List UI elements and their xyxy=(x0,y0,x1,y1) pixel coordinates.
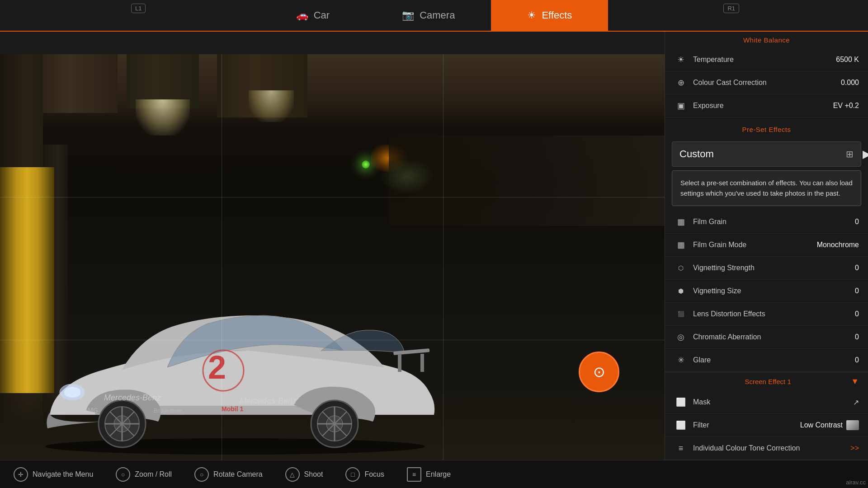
navigate-icon: ✛ xyxy=(14,467,28,482)
filter-row[interactable]: ⬜ Filter Low Contrast xyxy=(665,414,868,437)
vignetting-strength-row[interactable]: ⬡ Vignetting Strength 0 xyxy=(665,257,868,280)
film-grain-mode-value: Monochrome xyxy=(817,241,859,249)
vignetting-size-label: Vignetting Size xyxy=(693,287,823,295)
temperature-value: 6500 K xyxy=(823,56,859,64)
car-icon: 🚗 xyxy=(296,9,308,21)
vignetting-size-row[interactable]: ⬢ Vignetting Size 0 xyxy=(665,280,868,303)
film-grain-label: Film Grain xyxy=(693,218,823,226)
lens-distortion-value: 0 xyxy=(823,310,859,318)
screen-effect-header: Screen Effect 1 ▼ xyxy=(665,372,868,391)
vignetting-strength-value: 0 xyxy=(823,264,859,272)
hint-shoot: △ Shoot xyxy=(285,467,323,482)
svg-rect-22 xyxy=(420,354,424,372)
focus-icon: □ xyxy=(345,467,360,482)
temperature-label: Temperature xyxy=(693,56,823,64)
preset-tooltip: Select a pre-set combination of effects.… xyxy=(672,170,861,206)
vignetting-size-icon: ⬢ xyxy=(674,284,688,298)
mask-value: ↗ xyxy=(823,398,859,407)
vignetting-size-value: 0 xyxy=(823,287,859,295)
film-grain-mode-row[interactable]: ▦ Film Grain Mode Monochrome xyxy=(665,234,868,257)
shoot-hint-icon: △ xyxy=(285,467,300,482)
individual-colour-row[interactable]: ≡ Individual Colour Tone Correction >> xyxy=(665,437,868,460)
tab-effects-label: Effects xyxy=(542,9,572,21)
mask-icon: ⬜ xyxy=(674,395,688,409)
lens-distortion-row[interactable]: ⬛ Lens Distortion Effects 0 xyxy=(665,303,868,326)
hint-navigate-label: Navigate the Menu xyxy=(33,470,93,479)
film-grain-row[interactable]: ▦ Film Grain 0 xyxy=(665,211,868,234)
tab-camera[interactable]: 📷 Camera xyxy=(366,0,491,31)
tab-car[interactable]: 🚗 Car xyxy=(260,0,366,31)
shoot-button-icon: ⊙ xyxy=(593,363,605,380)
hint-rotate-label: Rotate Camera xyxy=(213,470,263,479)
hint-zoom: ○ Zoom / Roll xyxy=(116,467,172,482)
filter-icon: ⬜ xyxy=(674,418,688,432)
mask-row[interactable]: ⬜ Mask ↗ xyxy=(665,391,868,414)
svg-text:Mercedes-Benz: Mercedes-Benz xyxy=(104,393,161,402)
top-navigation: L1 🚗 Car 📷 Camera ☀ Effects R1 xyxy=(0,0,868,32)
panel-scroll[interactable]: White Balance ☀ Temperature 6500 K ⊕ Col… xyxy=(665,32,868,460)
chromatic-aberration-row[interactable]: ◎ Chromatic Aberration 0 xyxy=(665,326,868,349)
screen-effect-collapse-icon[interactable]: ▼ xyxy=(851,377,859,386)
lens-distortion-label: Lens Distortion Effects xyxy=(693,310,823,318)
hint-enlarge-label: Enlarge xyxy=(426,470,451,479)
bumper-r1: R1 xyxy=(723,4,739,13)
hint-navigate: ✛ Navigate the Menu xyxy=(14,467,93,482)
zoom-icon: ○ xyxy=(116,467,130,482)
preset-selector[interactable]: Custom ⊞ ▶ xyxy=(672,141,861,167)
shoot-button[interactable]: ⊙ xyxy=(579,352,619,392)
svg-text:AMG: AMG xyxy=(84,407,98,414)
chromatic-aberration-value: 0 xyxy=(823,333,859,341)
tab-camera-label: Camera xyxy=(420,9,455,21)
individual-colour-icon: ≡ xyxy=(674,441,688,455)
filter-value-text: Low Contrast xyxy=(800,421,843,429)
enlarge-icon: ≡ xyxy=(407,467,421,482)
camera-icon: 📷 xyxy=(402,9,414,21)
vignetting-strength-label: Vignetting Strength xyxy=(693,264,823,272)
bottom-bar: ✛ Navigate the Menu ○ Zoom / Roll ○ Rota… xyxy=(0,460,868,488)
white-balance-header: White Balance xyxy=(665,32,868,48)
glare-value: 0 xyxy=(823,356,859,364)
temperature-row[interactable]: ☀ Temperature 6500 K xyxy=(665,48,868,71)
tooltip-text: Select a pre-set combination of effects.… xyxy=(680,179,853,197)
colour-cast-value: 0.000 xyxy=(823,79,859,87)
lens-distortion-icon: ⬛ xyxy=(674,307,688,321)
car-container: 2 Mercedes-Benz Mercedes-Benz AMG B xyxy=(14,284,457,455)
colour-cast-icon: ⊕ xyxy=(674,76,688,89)
filter-label: Filter xyxy=(693,421,800,429)
film-grain-mode-icon: ▦ xyxy=(674,238,688,252)
camera-view: 2 Mercedes-Benz Mercedes-Benz AMG B xyxy=(0,32,665,460)
svg-text:Bridgestone: Bridgestone xyxy=(154,408,183,414)
traffic-light-green xyxy=(362,160,370,169)
colour-cast-label: Colour Cast Correction xyxy=(693,79,823,87)
main-container: L1 🚗 Car 📷 Camera ☀ Effects R1 xyxy=(0,0,868,488)
rotate-icon: ○ xyxy=(194,467,209,482)
hint-focus-label: Focus xyxy=(364,470,384,479)
film-grain-mode-label: Film Grain Mode xyxy=(693,241,817,249)
glare-icon: ✳ xyxy=(674,353,688,367)
tab-effects[interactable]: ☀ Effects xyxy=(491,0,608,31)
glare-row[interactable]: ✳ Glare 0 xyxy=(665,349,868,372)
exposure-label: Exposure xyxy=(693,102,823,110)
car-svg: 2 Mercedes-Benz Mercedes-Benz AMG B xyxy=(14,284,457,455)
preset-effects-header: Pre-Set Effects xyxy=(665,121,868,138)
hint-zoom-label: Zoom / Roll xyxy=(135,470,172,479)
filter-thumbnail xyxy=(846,420,859,430)
temperature-icon: ☀ xyxy=(674,53,688,66)
mask-label: Mask xyxy=(693,398,823,406)
mask-arrow-icon: ↗ xyxy=(853,399,859,406)
hint-focus: □ Focus xyxy=(345,467,384,482)
filter-value-container: Low Contrast xyxy=(800,420,859,430)
camera-background: 2 Mercedes-Benz Mercedes-Benz AMG B xyxy=(0,54,665,460)
exposure-icon: ▣ xyxy=(674,99,688,113)
svg-point-0 xyxy=(45,438,425,455)
right-panel: White Balance ☀ Temperature 6500 K ⊕ Col… xyxy=(665,32,868,460)
exposure-row[interactable]: ▣ Exposure EV +0.2 xyxy=(665,94,868,117)
hint-rotate: ○ Rotate Camera xyxy=(194,467,263,482)
content-area: 2 Mercedes-Benz Mercedes-Benz AMG B xyxy=(0,32,868,460)
individual-colour-label: Individual Colour Tone Correction xyxy=(693,444,850,452)
film-grain-value: 0 xyxy=(823,218,859,226)
cursor-pointer: ▶ xyxy=(863,148,868,160)
colour-cast-row[interactable]: ⊕ Colour Cast Correction 0.000 xyxy=(665,71,868,94)
city-glow xyxy=(380,158,434,194)
svg-point-17 xyxy=(64,387,80,398)
